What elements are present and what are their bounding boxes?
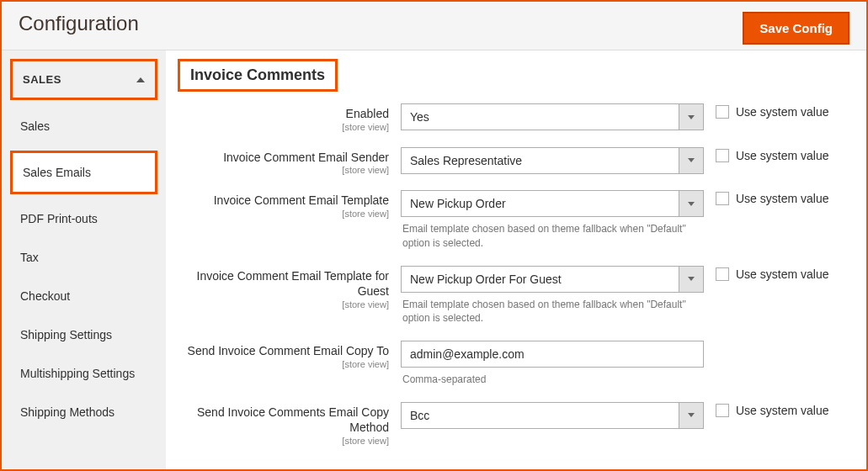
chevron-down-icon [679,103,704,130]
sender-value: Sales Representative [401,147,679,174]
sidebar-item-multishipping[interactable]: Multishipping Settings [10,354,157,393]
sender-use-system-checkbox[interactable] [716,149,729,162]
copy-method-use-system-checkbox[interactable] [716,404,729,417]
copy-method-select[interactable]: Bcc [401,402,704,429]
template-select[interactable]: New Pickup Order [401,190,704,217]
template-use-system-checkbox[interactable] [716,192,729,205]
main-content: Invoice Comments Enabled [store view] Ye… [166,50,866,469]
scope-label: [store view] [178,436,389,446]
copy-method-label: Send Invoice Comments Email Copy Method [197,405,389,435]
use-system-label: Use system value [736,149,828,162]
sender-select[interactable]: Sales Representative [401,147,704,174]
copy-to-label: Send Invoice Comment Email Copy To [188,344,389,357]
sidebar-item-pdf[interactable]: PDF Print-outs [10,199,157,238]
scope-label: [store view] [178,165,389,175]
template-guest-label: Invoice Comment Email Template for Guest [197,269,390,299]
sidebar-item-sales[interactable]: Sales [10,107,157,146]
enabled-select[interactable]: Yes [401,103,704,130]
enabled-use-system-checkbox[interactable] [716,105,729,119]
template-hint: Email template chosen based on theme fal… [401,217,704,251]
use-system-label: Use system value [736,267,828,281]
use-system-label: Use system value [736,105,828,119]
copy-method-value: Bcc [401,402,679,429]
template-value: New Pickup Order [401,190,679,217]
template-label: Invoice Comment Email Template [214,193,389,207]
sidebar-group-label: SALES [23,73,61,86]
sidebar: SALES Sales Sales Emails PDF Print-outs … [2,50,166,469]
scope-label: [store view] [178,359,389,369]
sender-label: Invoice Comment Email Sender [223,151,389,164]
use-system-label: Use system value [736,192,828,205]
chevron-down-icon [679,147,704,174]
template-guest-select[interactable]: New Pickup Order For Guest [401,266,704,293]
chevron-down-icon [679,402,704,429]
sidebar-item-sales-emails[interactable]: Sales Emails [10,151,157,194]
save-config-button[interactable]: Save Config [743,12,849,45]
page-title: Configuration [19,12,139,35]
sidebar-item-tax[interactable]: Tax [10,238,157,277]
sidebar-item-shipping-methods[interactable]: Shipping Methods [10,393,157,431]
enabled-label: Enabled [346,107,389,120]
chevron-up-icon [136,77,145,82]
scope-label: [store view] [178,209,389,219]
chevron-down-icon [679,266,704,293]
template-guest-use-system-checkbox[interactable] [716,267,729,281]
chevron-down-icon [679,190,704,217]
section-title: Invoice Comments [178,59,338,92]
copy-to-hint: Comma-separated [401,368,704,387]
enabled-value: Yes [401,103,679,130]
scope-label: [store view] [178,122,389,132]
scope-label: [store view] [178,299,389,310]
template-guest-hint: Email template chosen based on theme fal… [401,293,704,326]
sidebar-group-sales[interactable]: SALES [10,59,157,100]
template-guest-value: New Pickup Order For Guest [401,266,679,293]
copy-to-input[interactable] [401,341,704,368]
use-system-label: Use system value [736,404,828,417]
sidebar-item-checkout[interactable]: Checkout [10,277,157,315]
sidebar-item-shipping-settings[interactable]: Shipping Settings [10,315,157,354]
